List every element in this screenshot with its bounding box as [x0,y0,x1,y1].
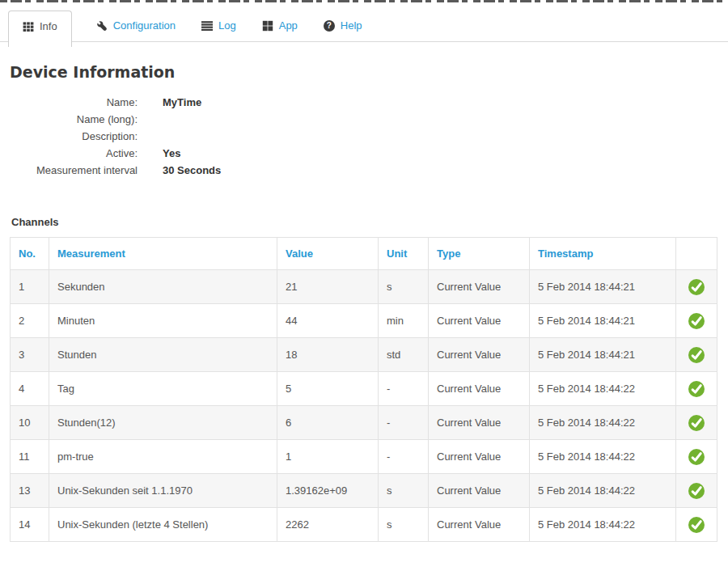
tab-configuration[interactable]: Configuration [95,11,177,41]
cell-measurement: Unix-Sekunden (letzte 4 Stellen) [49,508,277,542]
table-row: 4 Tag 5 - Current Value 5 Feb 2014 18:44… [11,372,717,406]
cell-value: 5 [277,372,379,406]
channels-table: No. Measurement Value Unit Type Timestam… [10,237,717,542]
cell-timestamp: 5 Feb 2014 18:44:22 [530,372,676,406]
cell-type: Current Value [429,304,530,338]
column-header-unit: Unit [379,238,429,270]
cell-no: 10 [11,406,49,440]
cell-unit: s [379,508,429,542]
cell-no: 11 [11,440,49,474]
cell-no: 3 [11,338,49,372]
cell-value: 1 [277,440,379,474]
tab-label: Log [218,19,236,32]
cell-unit: - [379,372,429,406]
cell-measurement: Stunden [49,338,277,372]
cell-status [676,406,717,440]
cell-timestamp: 5 Feb 2014 18:44:22 [530,508,676,542]
cell-type: Current Value [429,270,530,304]
cell-type: Current Value [429,372,530,406]
cell-status [676,372,717,406]
device-info-row: Name: MyTime [10,94,717,111]
device-info-label: Name: [10,94,138,111]
cell-timestamp: 5 Feb 2014 18:44:22 [530,440,676,474]
tab-bar: Info Configuration Log App [0,2,728,42]
cell-timestamp: 5 Feb 2014 18:44:21 [530,338,676,372]
check-icon [688,312,705,330]
cell-measurement: pm-true [49,440,277,474]
check-icon [688,346,705,364]
cell-value: 2262 [277,508,379,542]
device-info-row: Active: Yes [10,145,717,162]
cell-value: 18 [277,338,379,372]
cell-status [676,338,717,372]
tab-help[interactable]: ? Help [322,11,364,41]
cell-unit: std [379,338,429,372]
cell-no: 14 [11,508,49,542]
device-info-label: Active: [10,145,138,162]
check-icon [688,278,705,296]
page-title: Device Information [10,63,717,81]
channels-table-body: 1 Sekunden 21 s Current Value 5 Feb 2014… [11,270,717,542]
cell-timestamp: 5 Feb 2014 18:44:22 [530,406,676,440]
tab-label: App [279,19,298,32]
device-info-value: Yes [163,145,180,162]
check-icon [688,516,705,534]
cell-type: Current Value [429,440,530,474]
table-row: 3 Stunden 18 std Current Value 5 Feb 201… [11,338,717,372]
info-grid-icon [23,21,34,32]
log-lines-icon [201,20,213,32]
main-content: Device Information Name: MyTime Name (lo… [0,63,728,542]
app-grid-icon [262,20,273,32]
cell-measurement: Stunden(12) [49,406,277,440]
device-info-value: 30 Seconds [163,162,221,179]
tab-app[interactable]: App [260,11,299,41]
table-row: 2 Minuten 44 min Current Value 5 Feb 201… [11,304,717,338]
cell-type: Current Value [429,406,530,440]
table-row: 13 Unix-Sekunden seit 1.1.1970 1.39162e+… [11,474,717,508]
cell-status [676,304,717,338]
cell-status [676,508,717,542]
channels-table-header: No. Measurement Value Unit Type Timestam… [11,238,717,270]
wrench-icon [96,20,108,32]
table-row: 10 Stunden(12) 6 - Current Value 5 Feb 2… [11,406,717,440]
cell-unit: s [379,474,429,508]
cell-value: 1.39162e+09 [277,474,379,508]
check-icon [688,482,705,500]
tab-info[interactable]: Info [8,11,72,47]
device-info-row: Description: [10,128,717,145]
device-info-row: Measurement interval 30 Seconds [10,162,717,179]
tab-label: Configuration [113,19,176,32]
cell-no: 2 [11,304,49,338]
column-header-value: Value [277,238,379,270]
cell-timestamp: 5 Feb 2014 18:44:21 [530,270,676,304]
cell-type: Current Value [429,338,530,372]
cell-status [676,270,717,304]
tab-label: Help [341,19,362,32]
tab-label: Info [40,20,57,32]
column-header-type: Type [429,238,530,270]
table-row: 11 pm-true 1 - Current Value 5 Feb 2014 … [11,440,717,474]
cell-timestamp: 5 Feb 2014 18:44:22 [530,474,676,508]
tab-log[interactable]: Log [200,11,238,41]
check-icon [688,414,705,432]
check-icon [688,448,705,466]
cell-no: 4 [11,372,49,406]
device-info-label: Measurement interval [10,162,138,179]
device-info-label: Description: [10,128,138,145]
cell-measurement: Unix-Sekunden seit 1.1.1970 [49,474,277,508]
cell-no: 1 [11,270,49,304]
cell-measurement: Tag [49,372,277,406]
cell-value: 21 [277,270,379,304]
check-icon [688,380,705,398]
column-header-no: No. [11,238,49,270]
table-row: 14 Unix-Sekunden (letzte 4 Stellen) 2262… [11,508,717,542]
column-header-timestamp: Timestamp [530,238,676,270]
column-header-status [676,238,717,270]
device-info: Name: MyTime Name (long): Description: A… [10,94,717,179]
cell-status [676,474,717,508]
cell-status [676,440,717,474]
device-info-label: Name (long): [10,111,138,128]
cell-type: Current Value [429,508,530,542]
cell-unit: s [379,270,429,304]
device-info-value: MyTime [163,94,201,111]
